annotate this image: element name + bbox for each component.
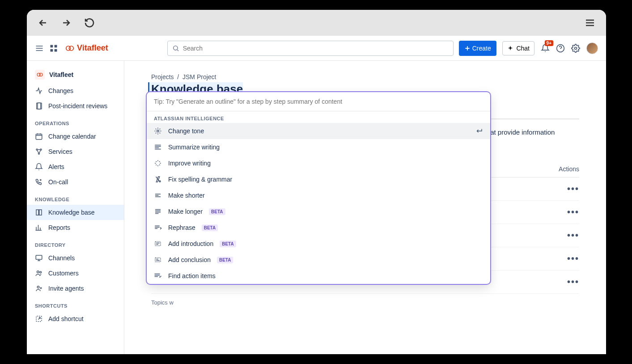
- col-actions: Actions: [559, 165, 579, 173]
- breadcrumb-current[interactable]: JSM Project: [182, 73, 216, 80]
- ai-item-icon: [154, 127, 162, 135]
- ai-menu-item[interactable]: Make longer BETA: [147, 203, 490, 220]
- menu-icon[interactable]: [35, 44, 44, 53]
- search-icon: [172, 45, 179, 52]
- svg-point-23: [159, 181, 161, 182]
- svg-point-16: [38, 153, 40, 154]
- svg-point-10: [39, 73, 42, 76]
- sidebar-section: KNOWLEDGE: [27, 190, 124, 205]
- sidebar-item[interactable]: Change calendar: [27, 129, 124, 144]
- beta-badge: BETA: [209, 208, 225, 215]
- back-button[interactable]: [38, 17, 48, 28]
- svg-rect-3: [55, 49, 57, 51]
- sidebar-icon: [35, 102, 43, 110]
- sidebar-item[interactable]: Reports: [27, 220, 124, 235]
- ai-section-label: ATLASSIAN INTELLIGENCE: [147, 111, 490, 123]
- sidebar-section: OPERATIONS: [27, 114, 124, 129]
- create-button[interactable]: Create: [459, 41, 496, 56]
- apps-icon[interactable]: [49, 44, 58, 53]
- sidebar-icon: [35, 178, 43, 186]
- svg-rect-12: [38, 103, 42, 109]
- svg-rect-17: [36, 255, 42, 259]
- ai-item-icon: [154, 175, 162, 183]
- row-actions-button[interactable]: •••: [567, 207, 579, 217]
- svg-point-5: [69, 46, 73, 51]
- breadcrumb-projects[interactable]: Projects: [151, 73, 174, 80]
- ai-menu-item[interactable]: Summarize writing: [147, 139, 490, 155]
- sidebar-icon: [35, 132, 43, 140]
- ai-item-icon: [154, 159, 162, 167]
- ai-item-icon: [154, 207, 162, 216]
- sidebar-item[interactable]: Knowledge base: [27, 205, 124, 220]
- sidebar-item[interactable]: Customers: [27, 266, 124, 281]
- svg-point-18: [37, 271, 39, 273]
- forward-button[interactable]: [61, 17, 72, 28]
- row-actions-button[interactable]: •••: [567, 184, 579, 194]
- sidebar-item[interactable]: On-call: [27, 174, 124, 190]
- svg-rect-24: [155, 242, 161, 246]
- search-input[interactable]: [183, 45, 449, 52]
- sidebar-section: DIRECTORY: [27, 235, 124, 250]
- row-actions-button[interactable]: •••: [567, 254, 579, 264]
- browser-window: Vitafleet Create Chat 9+: [27, 10, 606, 354]
- ai-menu-item[interactable]: Add conclusion BETA: [147, 252, 490, 268]
- svg-point-22: [157, 130, 159, 132]
- brand-name: Vitafleet: [77, 43, 108, 53]
- ai-item-icon: [154, 256, 162, 264]
- ai-item-icon: [154, 240, 162, 248]
- row-actions-button[interactable]: •••: [567, 230, 579, 241]
- settings-button[interactable]: [571, 44, 580, 53]
- svg-point-14: [36, 149, 38, 150]
- sidebar-section: SHORTCUTS: [27, 296, 124, 311]
- sidebar-item[interactable]: Changes: [27, 83, 124, 98]
- svg-rect-13: [36, 134, 42, 140]
- ai-menu-item[interactable]: Add introduction BETA: [147, 236, 490, 252]
- sparkle-icon: [507, 45, 513, 51]
- brand-logo[interactable]: Vitafleet: [65, 43, 108, 53]
- ai-item-icon: [154, 143, 162, 151]
- ai-popup: ATLASSIAN INTELLIGENCE Change tone Summa…: [147, 92, 490, 284]
- search-box[interactable]: [167, 41, 454, 56]
- svg-rect-11: [37, 103, 41, 109]
- sidebar-icon: [35, 254, 43, 262]
- sidebar-icon: [35, 284, 43, 292]
- app-topbar: Vitafleet Create Chat 9+: [27, 36, 606, 61]
- enter-icon: [475, 127, 483, 135]
- help-button[interactable]: [556, 44, 565, 53]
- ai-menu-item[interactable]: Make shorter: [147, 187, 490, 203]
- sidebar-icon: [35, 87, 43, 95]
- ai-menu-item[interactable]: Fix spelling & grammar: [147, 171, 490, 187]
- sidebar-item[interactable]: Channels: [27, 250, 124, 266]
- sidebar-icon: [35, 315, 43, 323]
- avatar[interactable]: [586, 42, 598, 54]
- main-content: Projects / JSM Project Knowledge base Ar…: [124, 61, 606, 354]
- reload-button[interactable]: [84, 17, 95, 28]
- sidebar-item[interactable]: Post-incident reviews: [27, 98, 124, 114]
- sidebar: Vitafleet ChangesPost-incident reviewsOP…: [27, 61, 124, 354]
- ai-menu-item[interactable]: Improve writing: [147, 155, 490, 171]
- hamburger-button[interactable]: [585, 17, 595, 28]
- svg-rect-25: [155, 258, 161, 262]
- row-actions-button[interactable]: •••: [567, 277, 579, 287]
- sidebar-item[interactable]: Alerts: [27, 159, 124, 174]
- table-note: Topics w: [151, 299, 579, 306]
- svg-rect-2: [51, 49, 53, 51]
- ai-menu-item[interactable]: Find action items: [147, 268, 490, 284]
- sidebar-item[interactable]: Invite agents: [27, 281, 124, 296]
- svg-point-19: [40, 271, 42, 273]
- ai-menu-item[interactable]: Rephrase BETA: [147, 220, 490, 236]
- svg-point-8: [575, 47, 577, 49]
- chat-button[interactable]: Chat: [502, 41, 534, 55]
- ai-menu-item[interactable]: Change tone: [147, 123, 490, 139]
- notifications-button[interactable]: 9+: [541, 44, 550, 53]
- sidebar-icon: [35, 269, 43, 277]
- plus-icon: [464, 45, 471, 51]
- beta-badge: BETA: [202, 224, 218, 231]
- ai-item-icon: [154, 224, 162, 232]
- sidebar-item[interactable]: Services: [27, 144, 124, 159]
- sidebar-icon: [35, 208, 43, 216]
- ai-input[interactable]: [154, 98, 483, 105]
- svg-point-15: [40, 149, 42, 150]
- sidebar-project[interactable]: Vitafleet: [27, 66, 124, 83]
- sidebar-item[interactable]: Add shortcut: [27, 311, 124, 326]
